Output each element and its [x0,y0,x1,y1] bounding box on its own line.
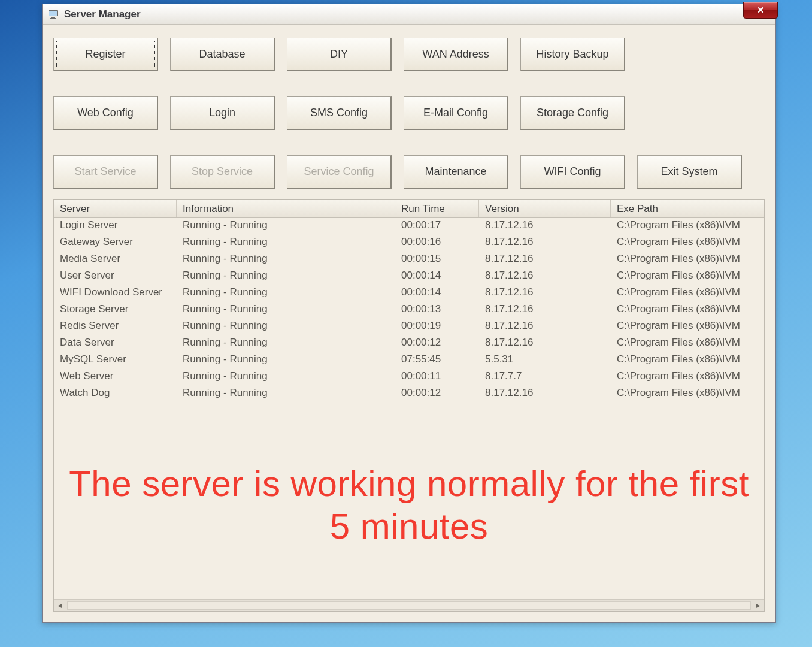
horizontal-scrollbar[interactable]: ◄ ► [54,599,764,611]
server-manager-window: Server Manager ✕ RegisterDatabaseDIYWAN … [42,4,776,623]
app-icon [47,8,59,20]
close-button[interactable]: ✕ [743,2,778,19]
table-row[interactable]: Web ServerRunning - Running00:00:118.17.… [54,369,764,386]
cell-version: 5.5.31 [479,352,611,369]
scroll-track[interactable] [67,601,751,610]
cell-version: 8.17.12.16 [479,235,611,252]
cell-server: Web Server [54,369,177,386]
cell-server: Storage Server [54,302,177,319]
cell-exepath: C:\Program Files (x86)\IVM [611,319,764,335]
cell-runtime: 00:00:17 [395,218,479,235]
database-button[interactable]: Database [170,38,275,71]
cell-exepath: C:\Program Files (x86)\IVM [611,302,764,319]
cell-information: Running - Running [177,285,395,302]
cell-version: 8.17.12.16 [479,285,611,302]
col-header-information[interactable]: Information [177,200,395,217]
cell-exepath: C:\Program Files (x86)\IVM [611,218,764,235]
cell-exepath: C:\Program Files (x86)\IVM [611,235,764,252]
cell-version: 8.17.12.16 [479,252,611,268]
cell-information: Running - Running [177,319,395,335]
list-header: Server Information Run Time Version Exe … [54,200,764,218]
col-header-runtime[interactable]: Run Time [395,200,479,217]
cell-exepath: C:\Program Files (x86)\IVM [611,386,764,403]
stop-service-button: Stop Service [170,155,275,189]
cell-information: Running - Running [177,252,395,268]
table-row[interactable]: Watch DogRunning - Running00:00:128.17.1… [54,386,764,403]
cell-version: 8.17.12.16 [479,335,611,352]
cell-version: 8.17.12.16 [479,302,611,319]
list-body: Login ServerRunning - Running00:00:178.1… [54,218,764,599]
titlebar: Server Manager ✕ [43,4,775,25]
table-row[interactable]: MySQL ServerRunning - Running07:55:455.5… [54,352,764,369]
col-header-server[interactable]: Server [54,200,177,217]
cell-runtime: 00:00:12 [395,386,479,403]
cell-server: WIFI Download Server [54,285,177,302]
toolbar-buttons: RegisterDatabaseDIYWAN AddressHistory Ba… [53,38,765,199]
cell-server: User Server [54,268,177,285]
exit-system-button[interactable]: Exit System [637,155,742,189]
cell-version: 8.17.12.16 [479,386,611,403]
col-header-exepath[interactable]: Exe Path [611,200,764,217]
diy-button[interactable]: DIY [287,38,392,71]
login-button[interactable]: Login [170,96,275,130]
table-row[interactable]: Login ServerRunning - Running00:00:178.1… [54,218,764,235]
window-title: Server Manager [64,8,141,20]
cell-version: 8.17.7.7 [479,369,611,386]
cell-information: Running - Running [177,218,395,235]
email-config-button[interactable]: E-Mail Config [404,96,508,130]
cell-information: Running - Running [177,302,395,319]
client-area: RegisterDatabaseDIYWAN AddressHistory Ba… [43,25,775,622]
cell-exepath: C:\Program Files (x86)\IVM [611,335,764,352]
table-row[interactable]: Gateway ServerRunning - Running00:00:168… [54,235,764,252]
cell-runtime: 00:00:12 [395,335,479,352]
cell-information: Running - Running [177,386,395,403]
cell-information: Running - Running [177,268,395,285]
cell-server: Redis Server [54,319,177,335]
cell-server: Data Server [54,335,177,352]
cell-server: Login Server [54,218,177,235]
cell-information: Running - Running [177,235,395,252]
wifi-config-button[interactable]: WIFI Config [520,155,625,189]
cell-runtime: 00:00:13 [395,302,479,319]
cell-exepath: C:\Program Files (x86)\IVM [611,352,764,369]
table-row[interactable]: Redis ServerRunning - Running00:00:198.1… [54,319,764,335]
cell-runtime: 00:00:19 [395,319,479,335]
col-header-version[interactable]: Version [479,200,611,217]
service-config-button: Service Config [287,155,392,189]
table-row[interactable]: Storage ServerRunning - Running00:00:138… [54,302,764,319]
cell-exepath: C:\Program Files (x86)\IVM [611,369,764,386]
table-row[interactable]: Media ServerRunning - Running00:00:158.1… [54,252,764,268]
cell-version: 8.17.12.16 [479,218,611,235]
server-status-list[interactable]: Server Information Run Time Version Exe … [53,199,765,612]
cell-information: Running - Running [177,335,395,352]
svg-rect-3 [50,18,56,19]
cell-exepath: C:\Program Files (x86)\IVM [611,285,764,302]
cell-runtime: 00:00:15 [395,252,479,268]
svg-rect-1 [49,11,57,16]
cell-server: MySQL Server [54,352,177,369]
history-backup-button[interactable]: History Backup [520,38,625,71]
table-row[interactable]: Data ServerRunning - Running00:00:128.17… [54,335,764,352]
wan-address-button[interactable]: WAN Address [404,38,508,71]
maintenance-button[interactable]: Maintenance [404,155,508,189]
scroll-left-icon[interactable]: ◄ [54,600,66,611]
start-service-button: Start Service [53,155,158,189]
cell-runtime: 07:55:45 [395,352,479,369]
cell-runtime: 00:00:14 [395,268,479,285]
cell-server: Gateway Server [54,235,177,252]
scroll-right-icon[interactable]: ► [752,600,764,611]
register-button[interactable]: Register [53,38,158,71]
cell-runtime: 00:00:14 [395,285,479,302]
web-config-button[interactable]: Web Config [53,96,158,130]
storage-config-button[interactable]: Storage Config [520,96,625,130]
cell-runtime: 00:00:16 [395,235,479,252]
close-icon: ✕ [757,5,765,16]
cell-information: Running - Running [177,352,395,369]
sms-config-button[interactable]: SMS Config [287,96,392,130]
table-row[interactable]: WIFI Download ServerRunning - Running00:… [54,285,764,302]
svg-rect-2 [51,17,55,18]
cell-version: 8.17.12.16 [479,268,611,285]
cell-runtime: 00:00:11 [395,369,479,386]
cell-exepath: C:\Program Files (x86)\IVM [611,268,764,285]
table-row[interactable]: User ServerRunning - Running00:00:148.17… [54,268,764,285]
